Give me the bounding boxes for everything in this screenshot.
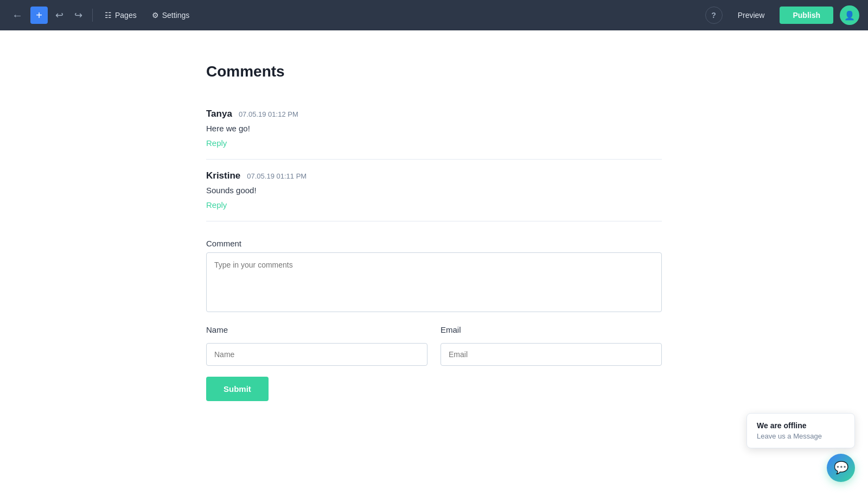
- chat-widget: We are offline Leave us a Message 💬: [746, 413, 855, 445]
- submit-button[interactable]: Submit: [206, 377, 269, 401]
- comment-item-2: Kristine 07.05.19 01:11 PM Sounds good! …: [206, 160, 662, 221]
- email-input[interactable]: [441, 343, 662, 366]
- pages-nav-item[interactable]: ☷ Pages: [99, 8, 142, 23]
- comment-date-1: 07.05.19 01:12 PM: [239, 110, 298, 118]
- email-group: Email: [441, 325, 662, 366]
- redo-button[interactable]: ↪: [71, 6, 86, 24]
- add-button[interactable]: +: [30, 7, 48, 24]
- pages-label: Pages: [115, 11, 137, 20]
- form-row: Name Email: [206, 325, 662, 366]
- comment-form: Comment Name Email Submit: [206, 239, 662, 401]
- comment-header-2: Kristine 07.05.19 01:11 PM: [206, 170, 662, 181]
- settings-nav-item[interactable]: ⚙ Settings: [146, 8, 195, 23]
- settings-icon: ⚙: [152, 11, 159, 20]
- name-group: Name: [206, 325, 427, 366]
- comment-author-1: Tanya: [206, 109, 232, 119]
- comment-text-2: Sounds good!: [206, 186, 662, 195]
- comment-textarea[interactable]: [206, 252, 662, 312]
- topbar: ← + ↩ ↪ ☷ Pages ⚙ Settings ? Preview Pub…: [0, 0, 868, 30]
- name-input[interactable]: [206, 343, 427, 366]
- chat-bubble: We are offline Leave us a Message: [746, 413, 855, 445]
- comment-header-1: Tanya 07.05.19 01:12 PM: [206, 109, 662, 119]
- avatar[interactable]: 👤: [840, 5, 859, 25]
- main-content: Comments Tanya 07.05.19 01:12 PM Here we…: [130, 30, 738, 445]
- back-button[interactable]: ←: [9, 6, 26, 25]
- chat-status: We are offline: [757, 421, 845, 430]
- help-button[interactable]: ?: [705, 7, 723, 24]
- email-label: Email: [441, 325, 662, 334]
- topbar-left: ← + ↩ ↪ ☷ Pages ⚙ Settings: [9, 6, 701, 25]
- settings-label: Settings: [162, 11, 190, 20]
- comment-date-2: 07.05.19 01:11 PM: [247, 172, 307, 180]
- pages-icon: ☷: [105, 11, 112, 20]
- comment-author-2: Kristine: [206, 170, 240, 181]
- reply-link-1[interactable]: Reply: [206, 138, 227, 148]
- comment-label: Comment: [206, 239, 662, 248]
- nav-divider: [92, 9, 93, 22]
- name-label: Name: [206, 325, 427, 334]
- undo-button[interactable]: ↩: [52, 6, 67, 24]
- comments-title: Comments: [206, 63, 662, 80]
- topbar-right: ? Preview Publish 👤: [705, 5, 859, 25]
- preview-button[interactable]: Preview: [729, 7, 774, 24]
- reply-link-2[interactable]: Reply: [206, 200, 227, 210]
- comment-text-1: Here we go!: [206, 124, 662, 133]
- comment-item-1: Tanya 07.05.19 01:12 PM Here we go! Repl…: [206, 98, 662, 160]
- publish-button[interactable]: Publish: [780, 7, 833, 24]
- chat-cta: Leave us a Message: [757, 432, 845, 440]
